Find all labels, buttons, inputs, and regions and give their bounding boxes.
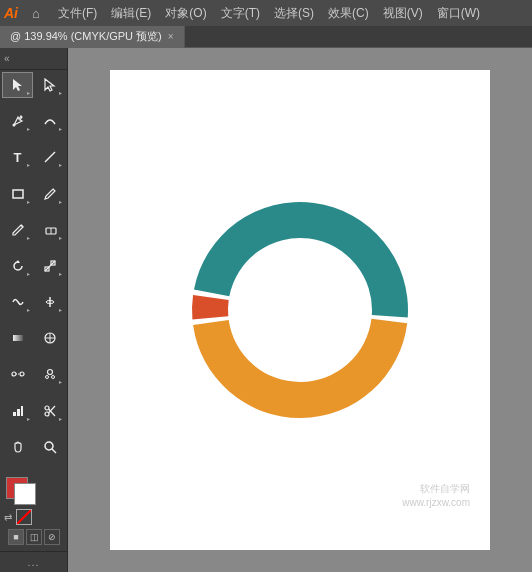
svg-rect-14 xyxy=(13,335,23,341)
svg-line-32 xyxy=(52,449,56,453)
sub-arrow: ▸ xyxy=(27,198,30,205)
more-tools-button[interactable]: ... xyxy=(27,556,39,568)
pencil-tool-button[interactable]: ▸ xyxy=(2,217,33,243)
hand-tool-button[interactable] xyxy=(2,434,33,460)
warp-tool-button[interactable]: ▸ xyxy=(2,289,33,315)
sub-arrow: ▸ xyxy=(59,234,62,241)
sub-arrow: ▸ xyxy=(59,378,62,385)
sub-arrow: ▸ xyxy=(27,415,30,422)
donut-segment-orange xyxy=(193,319,407,418)
svg-point-23 xyxy=(51,376,54,379)
scissors-tool-button[interactable]: ▸ xyxy=(34,398,65,424)
svg-point-31 xyxy=(45,442,53,450)
watermark: 软件自学网 www.rjzxw.com xyxy=(402,482,470,510)
canvas-surface: 软件自学网 www.rjzxw.com xyxy=(110,70,490,550)
watermark-line1: 软件自学网 xyxy=(402,482,470,496)
menu-window[interactable]: 窗口(W) xyxy=(431,3,486,24)
chart-tool-button[interactable]: ▸ xyxy=(2,398,33,424)
sub-arrow: ▸ xyxy=(59,270,62,277)
solid-color-button[interactable]: ■ xyxy=(8,529,24,545)
none-fill-button[interactable]: ⊘ xyxy=(44,529,60,545)
swap-colors-button[interactable]: ⇄ xyxy=(4,512,12,523)
blend-tool-button[interactable] xyxy=(2,361,33,387)
svg-point-2 xyxy=(12,124,15,127)
svg-line-3 xyxy=(45,152,55,162)
svg-marker-1 xyxy=(45,79,54,91)
sub-arrow: ▸ xyxy=(27,125,30,132)
color-swatch-pair xyxy=(4,475,40,507)
collapse-toolbar-button[interactable]: « xyxy=(4,53,10,64)
home-icon[interactable]: ⌂ xyxy=(26,3,46,23)
symbol-tool-button[interactable]: ▸ xyxy=(34,361,65,387)
menu-effect[interactable]: 效果(C) xyxy=(322,3,375,24)
line-tool-button[interactable]: ▸ xyxy=(34,144,65,170)
tool-grid: ▸ ▸ ▸ ▸ T ▸ ▸ xyxy=(0,70,67,471)
rotate-tool-button[interactable]: ▸ xyxy=(2,253,33,279)
menu-file[interactable]: 文件(F) xyxy=(52,3,103,24)
sub-arrow: ▸ xyxy=(27,306,30,313)
rectangle-tool-button[interactable]: ▸ xyxy=(2,181,33,207)
sub-arrow: ▸ xyxy=(59,89,62,96)
donut-segment-red xyxy=(192,295,229,319)
main-area: « ▸ ▸ ▸ ▸ T ▸ xyxy=(0,48,532,572)
toolbar: « ▸ ▸ ▸ ▸ T ▸ xyxy=(0,48,68,572)
svg-marker-0 xyxy=(13,79,22,91)
tab-label: @ 139.94% (CMYK/GPU 预览) xyxy=(10,29,162,44)
sub-arrow: ▸ xyxy=(27,89,30,96)
svg-line-5 xyxy=(21,225,23,227)
curvature-tool-button[interactable]: ▸ xyxy=(34,108,65,134)
sub-arrow: ▸ xyxy=(59,415,62,422)
gradient-color-button[interactable]: ◫ xyxy=(26,529,42,545)
width-tool-button[interactable]: ▸ xyxy=(34,289,65,315)
sub-arrow: ▸ xyxy=(59,306,62,313)
tab-bar: @ 139.94% (CMYK/GPU 预览) × xyxy=(0,26,532,48)
none-color-swatch[interactable] xyxy=(16,509,32,525)
svg-line-9 xyxy=(45,261,55,271)
donut-chart xyxy=(185,195,415,425)
swatch-controls: ⇄ xyxy=(4,509,32,525)
menu-edit[interactable]: 编辑(E) xyxy=(105,3,157,24)
svg-rect-24 xyxy=(13,412,16,416)
sub-arrow: ▸ xyxy=(27,161,30,168)
sub-arrow: ▸ xyxy=(27,234,30,241)
menu-object[interactable]: 对象(O) xyxy=(159,3,212,24)
tab-close-button[interactable]: × xyxy=(168,31,174,42)
selection-tool-button[interactable]: ▸ xyxy=(2,72,33,98)
direct-selection-tool-button[interactable]: ▸ xyxy=(34,72,65,98)
pen-tool-button[interactable]: ▸ xyxy=(2,108,33,134)
type-tool-button[interactable]: T ▸ xyxy=(2,144,33,170)
svg-rect-25 xyxy=(17,409,20,416)
gradient-tool-button[interactable] xyxy=(2,325,33,351)
toolbar-bottom: ... xyxy=(0,551,67,572)
sub-arrow: ▸ xyxy=(27,270,30,277)
color-mode-buttons: ■ ◫ ⊘ xyxy=(4,527,64,547)
svg-point-18 xyxy=(12,372,16,376)
canvas-area[interactable]: 软件自学网 www.rjzxw.com xyxy=(68,48,532,572)
eraser-tool-button[interactable]: ▸ xyxy=(34,217,65,243)
svg-rect-26 xyxy=(21,406,23,416)
menu-text[interactable]: 文字(T) xyxy=(215,3,266,24)
sub-arrow: ▸ xyxy=(59,198,62,205)
svg-point-21 xyxy=(47,370,52,375)
svg-point-19 xyxy=(20,372,24,376)
color-area: ⇄ ■ ◫ ⊘ xyxy=(0,471,67,551)
zoom-tool-button[interactable] xyxy=(34,434,65,460)
toolbar-collapse-area: « xyxy=(0,48,67,70)
menu-bar: Ai ⌂ 文件(F) 编辑(E) 对象(O) 文字(T) 选择(S) 效果(C)… xyxy=(0,0,532,26)
mesh-tool-button[interactable] xyxy=(34,325,65,351)
scale-tool-button[interactable]: ▸ xyxy=(34,253,65,279)
paintbrush-tool-button[interactable]: ▸ xyxy=(34,181,65,207)
document-tab[interactable]: @ 139.94% (CMYK/GPU 预览) × xyxy=(0,26,185,48)
svg-point-22 xyxy=(45,376,48,379)
sub-arrow: ▸ xyxy=(59,125,62,132)
background-color-swatch[interactable] xyxy=(14,483,36,505)
sub-arrow: ▸ xyxy=(59,161,62,168)
menu-view[interactable]: 视图(V) xyxy=(377,3,429,24)
svg-rect-4 xyxy=(13,190,23,198)
app-logo: Ai xyxy=(4,5,18,21)
menu-select[interactable]: 选择(S) xyxy=(268,3,320,24)
watermark-line2: www.rjzxw.com xyxy=(402,496,470,510)
